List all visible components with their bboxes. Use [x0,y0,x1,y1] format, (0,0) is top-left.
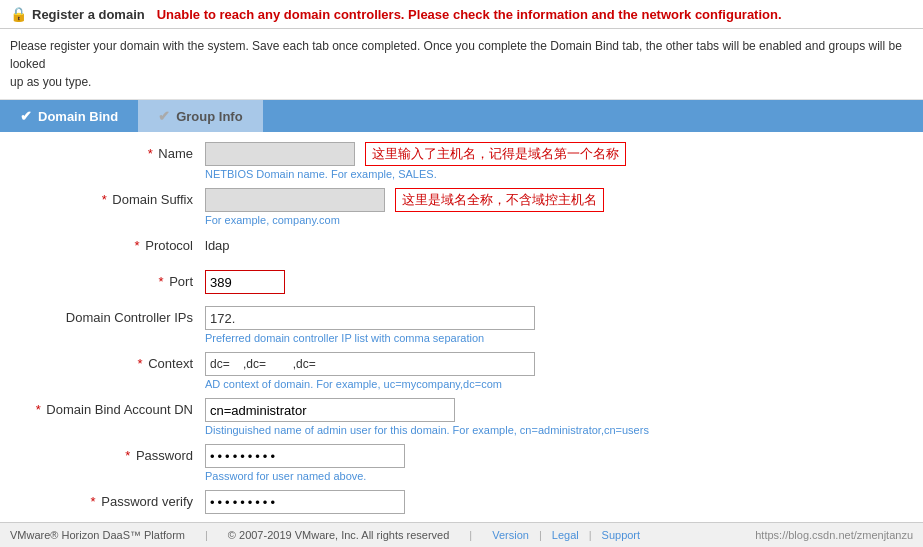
label-dc-ips: Domain Controller IPs [20,306,205,325]
field-port [205,270,903,294]
form-row-domain-suffix: * Domain Suffix 这里是域名全称，不含域控主机名 For exam… [20,188,903,226]
name-input[interactable] [205,142,355,166]
domain-suffix-input[interactable] [205,188,385,212]
form-row-context: * Context AD context of domain. For exam… [20,352,903,390]
name-hint: NETBIOS Domain name. For example, SALES. [205,168,903,180]
bind-dn-hint: Distinguished name of admin user for thi… [205,424,903,436]
brand-text: VMware® Horizon DaaS™ Platform [10,529,185,541]
dc-ips-input[interactable] [205,306,535,330]
form-row-bind-dn: * Domain Bind Account DN Distinguished n… [20,398,903,436]
footer-left: VMware® Horizon DaaS™ Platform | © 2007-… [10,529,640,541]
tab-bar: ✔ Domain Bind ✔ Group Info [0,100,923,132]
form-row-port: * Port [20,270,903,298]
copyright-text: © 2007-2019 VMware, Inc. All rights rese… [228,529,450,541]
label-protocol: * Protocol [20,234,205,253]
field-domain-suffix: 这里是域名全称，不含域控主机名 For example, company.com [205,188,903,226]
footer: VMware® Horizon DaaS™ Platform | © 2007-… [0,522,923,547]
field-password-verify [205,490,903,514]
form-row-protocol: * Protocol ldap [20,234,903,262]
check-icon: ✔ [20,108,32,124]
tab-domain-bind[interactable]: ✔ Domain Bind [0,100,138,132]
tab-group-info[interactable]: ✔ Group Info [138,100,262,132]
name-annotation: 这里输入了主机名，记得是域名第一个名称 [365,142,626,166]
dc-ips-hint: Preferred domain controller IP list with… [205,332,903,344]
form-row-dc-ips: Domain Controller IPs Preferred domain c… [20,306,903,344]
form-row-name: * Name 这里输入了主机名，记得是域名第一个名称 NETBIOS Domai… [20,142,903,180]
label-password: * Password [20,444,205,463]
context-input[interactable] [205,352,535,376]
check-icon-2: ✔ [158,108,170,124]
label-password-verify: * Password verify [20,490,205,509]
label-context: * Context [20,352,205,371]
field-password: Password for user named above. [205,444,903,482]
label-domain-suffix: * Domain Suffix [20,188,205,207]
protocol-value: ldap [205,234,903,253]
lock-icon: 🔒 [10,6,27,22]
page-description: Please register your domain with the sys… [0,29,923,100]
password-input[interactable] [205,444,405,468]
label-bind-dn: * Domain Bind Account DN [20,398,205,417]
separator-2: | [469,529,472,541]
legal-link[interactable]: Legal [552,529,579,541]
port-input[interactable] [205,270,285,294]
form-row-password-verify: * Password verify [20,490,903,518]
form-area: * Name 这里输入了主机名，记得是域名第一个名称 NETBIOS Domai… [0,132,923,547]
support-link[interactable]: Support [602,529,641,541]
form-row-password: * Password Password for user named above… [20,444,903,482]
bind-dn-input[interactable] [205,398,455,422]
domain-suffix-hint: For example, company.com [205,214,903,226]
version-link[interactable]: Version [492,529,529,541]
footer-links: Version | Legal | Support [492,529,640,541]
error-message: Unable to reach any domain controllers. … [157,7,782,22]
page-title: 🔒 Register a domain [10,6,145,22]
password-verify-input[interactable] [205,490,405,514]
label-port: * Port [20,270,205,289]
separator-1: | [205,529,208,541]
field-context: AD context of domain. For example, uc=my… [205,352,903,390]
context-hint: AD context of domain. For example, uc=my… [205,378,903,390]
password-hint: Password for user named above. [205,470,903,482]
label-name: * Name [20,142,205,161]
watermark: https://blog.csdn.net/zmenjtanzu [755,529,913,541]
domain-suffix-annotation: 这里是域名全称，不含域控主机名 [395,188,604,212]
field-bind-dn: Distinguished name of admin user for thi… [205,398,903,436]
header: 🔒 Register a domain Unable to reach any … [0,0,923,29]
field-name: 这里输入了主机名，记得是域名第一个名称 NETBIOS Domain name.… [205,142,903,180]
field-protocol: ldap [205,234,903,253]
field-dc-ips: Preferred domain controller IP list with… [205,306,903,344]
